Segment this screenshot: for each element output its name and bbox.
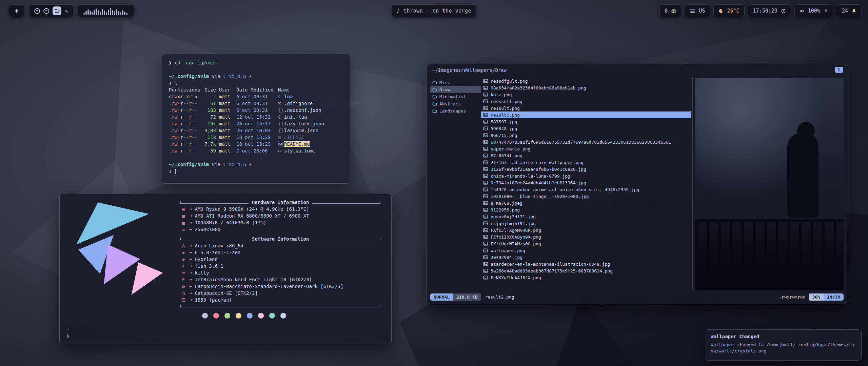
file-listing-row: .rw-r--r-- 72 matt 12 oct 15:32 ☾init.lu… <box>169 114 343 120</box>
notification-toast[interactable]: Wallpaper Changed Wallpaper changed to /… <box>705 329 862 361</box>
file-name: re1sult.png <box>491 106 520 111</box>
file-row[interactable]: resssult.png <box>481 98 691 105</box>
file-name: result2.png <box>491 113 520 118</box>
notification-body: Wallpaper changed to /home/matt/.config/… <box>711 342 856 354</box>
status-bar: NORMAL 218.8 KB result2.png -rwxrwxrwx 3… <box>430 292 844 301</box>
filetype-icon: {} <box>278 127 284 134</box>
mode-badge: NORMAL <box>430 293 453 301</box>
package-icon <box>671 8 676 14</box>
shell-command-line: ❯ cd .config/nvim <box>169 59 343 66</box>
file-row[interactable]: 68747470733a2f2f696d616765732d7769786d70… <box>481 139 691 145</box>
file-row[interactable]: FXfcII0X0AQyn9X.png <box>481 233 691 240</box>
tab-indicator[interactable]: 1 <box>835 67 843 73</box>
file-row[interactable]: rsjqojlmjhf91.jpg <box>481 220 691 227</box>
weather-temperature: 26°C <box>727 8 739 14</box>
notification-title: Wallpaper Changed <box>711 334 856 339</box>
file-name: 5a266e448add93deab367d87173e9f25-6837886… <box>491 268 613 273</box>
file-listing-row: .rw-r--r-- 11k matt 18 oct 13:29 ▤LICENS… <box>169 134 343 141</box>
file-size: - <box>201 93 216 100</box>
file-row[interactable]: EeNKYgIUcAAJ5JX.png <box>481 274 691 281</box>
file-row[interactable]: 8FKa7Cu.jpeg <box>481 200 691 206</box>
filetype-icon: {} <box>278 120 284 127</box>
file-name: 866715.png <box>491 133 517 138</box>
fetch-shell-prompt[interactable]: ~ ❯ <box>66 326 69 339</box>
icons-icon: ❏ <box>180 290 186 297</box>
sidebar-folder-label: Landscapes <box>439 108 466 114</box>
file-row[interactable]: 154928-odinokoe_anime-art-anime-okno-sin… <box>481 186 691 193</box>
file-row[interactable]: 3122955.png <box>481 206 691 213</box>
file-row[interactable]: 20492984.jpg <box>481 254 691 261</box>
sidebar-folder-landscapes[interactable]: Landscapes <box>430 107 481 115</box>
parent-folder-column: Misc Draw Minimalist Abstract Landscapes <box>430 78 481 290</box>
file-row[interactable]: 87r687df.png <box>481 152 691 159</box>
file-row[interactable]: ressdfgult.png <box>481 78 691 84</box>
sidebar-folder-misc[interactable]: Misc <box>430 79 481 86</box>
terminal-value: kitty <box>195 269 209 276</box>
notifications-widget[interactable]: 24 <box>837 4 862 17</box>
cursor-position-badge: 14/38 <box>824 293 844 301</box>
updates-widget[interactable]: 0 <box>659 4 681 17</box>
arrow-icon: ➜ <box>189 206 192 212</box>
file-name: 217167-sad-anime-rain-wallpaper.png <box>491 160 584 165</box>
sidebar-folder-abstract[interactable]: Abstract <box>430 100 481 107</box>
file-name: rsjqojlmjhf91.jpg <box>491 221 536 226</box>
file-row[interactable]: chica-mirando-la-luna-8799.jpg <box>481 172 691 179</box>
file-name: super-mario.png <box>491 146 530 151</box>
file-row[interactable]: FXfcJlTXgAMvH6R.png <box>481 227 691 233</box>
file-row[interactable]: 5a266e448add93deab367d87173e9f25-6837886… <box>481 267 691 274</box>
file-row[interactable]: kurz.png <box>481 91 691 98</box>
file-row[interactable]: atardecer-en-la-montanas-ilustracion-634… <box>481 261 691 267</box>
file-row[interactable]: 19201080-__blue-tinge__-1920×1080.jpg <box>481 193 691 200</box>
image-icon <box>483 268 488 273</box>
sidebar-folder-draw[interactable]: Draw <box>430 86 481 93</box>
workspace-draw-icon[interactable]: ✎ <box>65 8 68 14</box>
file-name: FXfcJlTXgAMvH6R.png <box>491 228 541 233</box>
os-icon: Λ <box>180 242 186 249</box>
file-row[interactable]: FXfcHgcWIAMzs0G.png <box>481 240 691 247</box>
file-size: 51 <box>201 100 216 107</box>
file-listing-row: .rw-r--r-- 59 matt 7 oct 23:06 ⚙stylua.t… <box>169 147 343 154</box>
file-row[interactable]: re1sult.png <box>481 105 691 111</box>
file-name-cell: ⚙stylua.toml <box>278 147 343 154</box>
image-icon <box>483 214 488 219</box>
file-row[interactable]: result2.png <box>481 111 691 118</box>
music-widget[interactable]: ♪ thrown - on the verge <box>392 4 476 17</box>
file-row[interactable]: 866715.png <box>481 132 691 139</box>
keyboard-layout-widget[interactable]: US <box>685 4 710 17</box>
volume-widget[interactable]: 100% <box>794 4 833 17</box>
workspace-2-icon[interactable] <box>43 8 49 14</box>
workspace-1-icon[interactable] <box>34 8 40 14</box>
command-argument: .config/nvim <box>183 60 217 65</box>
file-row[interactable]: 587597.jpg <box>481 118 691 125</box>
music-title: thrown - on the verge <box>403 8 471 14</box>
file-row[interactable]: nnvuv0xj2df71.jpg <box>481 213 691 220</box>
file-name: ressdfgult.png <box>491 79 528 84</box>
clock-widget[interactable]: 17:50:29 <box>748 4 791 17</box>
file-row[interactable]: 596848.jpg <box>481 125 691 132</box>
file-size: 3,0k <box>201 127 216 134</box>
folder-icon <box>432 102 437 106</box>
command-cd: cd <box>175 60 180 65</box>
file-name: atardecer-en-la-montanas-ilustracion-634… <box>491 262 610 267</box>
file-row[interactable]: super-mario.png <box>481 145 691 152</box>
file-name-cell: ☾init.lua <box>278 114 343 120</box>
launcher-button[interactable] <box>9 4 24 17</box>
file-row[interactable]: 3126f7e9bbf21a8a4af0b67b041c6e26.jpg <box>481 166 691 172</box>
fetch-shell-line: ➤ ➜ fish 3.6.1 <box>180 263 380 269</box>
arrow-icon: ➜ <box>189 219 192 226</box>
file-row[interactable]: 217167-sad-anime-rain-wallpaper.png <box>481 159 691 166</box>
image-icon <box>483 228 488 232</box>
file-date: 6 oct 00:31 <box>236 93 275 100</box>
workspace-switcher: ✎ <box>29 4 73 17</box>
file-row[interactable]: wallpaper.png <box>481 247 691 254</box>
workspace-active-files[interactable] <box>53 6 61 15</box>
fetch-memory-line: ▤ ➜ 10948MiB / 64183MiB (17%) <box>180 219 380 226</box>
file-owner: matt <box>219 141 233 147</box>
sidebar-folder-minimalist[interactable]: Minimalist <box>430 93 481 100</box>
file-row[interactable]: 0c794faf07de24a4db4d4fb1eb813964.jpg <box>481 179 691 186</box>
shell-input-line[interactable]: ❯ <box>169 168 343 175</box>
file-row[interactable]: 08a634fa02a32364f69ebc86a98eb1eb.png <box>481 84 691 91</box>
terminal-color-palette <box>202 313 380 319</box>
kernel-icon: ◈ <box>180 249 186 256</box>
weather-widget[interactable]: 26°C <box>713 4 744 17</box>
